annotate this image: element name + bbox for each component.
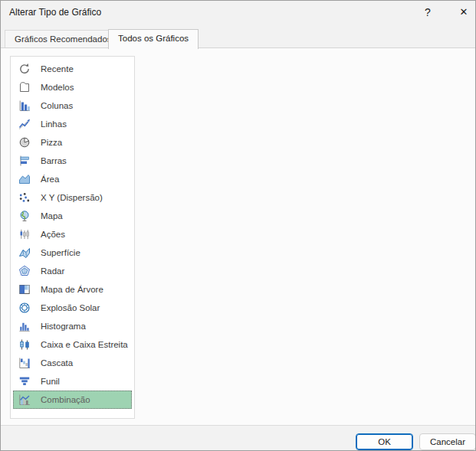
sidebar-item-label: Mapa de Árvore [41, 285, 103, 294]
all-charts-tab-page: RecenteModelosColunasLinhasPizzaBarrasÁr… [1, 47, 476, 426]
sidebar-item-label: Pizza [41, 138, 62, 147]
treemap-chart-icon [18, 283, 31, 296]
sidebar-item-label: Barras [41, 156, 67, 165]
surface-chart-icon [18, 247, 31, 259]
funnel-chart-icon [18, 375, 31, 387]
waterfall-chart-icon [18, 357, 31, 369]
stock-chart-icon [18, 228, 31, 240]
tab-graficos-recomendados[interactable]: Gráficos Recomendados [5, 30, 122, 48]
recent-icon [18, 63, 31, 75]
sidebar-item-barras[interactable]: Barras [13, 152, 132, 170]
sidebar-item-label: Histograma [41, 322, 86, 331]
map-chart-icon [18, 210, 31, 222]
sidebar-item-explosao-solar[interactable]: Explosão Solar [13, 299, 132, 317]
sidebar-item-label: Recente [41, 64, 74, 74]
sidebar-item-caixa-e-caixa-estreita[interactable]: Caixa e Caixa Estreita [13, 335, 132, 354]
sidebar-item-label: Área [41, 175, 59, 184]
titlebar: Alterar Tipo de Gráfico ? ✕ [1, 1, 475, 24]
sidebar-item-mapa-de-arvore[interactable]: Mapa de Árvore [13, 280, 132, 299]
ok-button[interactable]: OK [356, 433, 413, 450]
combo-chart-icon [18, 394, 31, 406]
sidebar-item-label: Mapa [41, 211, 63, 221]
sidebar-item-modelos[interactable]: Modelos [13, 78, 132, 96]
chart-type-list: RecenteModelosColunasLinhasPizzaBarrasÁr… [10, 56, 135, 419]
area-chart-icon [18, 173, 31, 185]
cancel-button[interactable]: Cancelar [419, 433, 476, 450]
sidebar-item-area[interactable]: Área [13, 170, 132, 188]
sunburst-chart-icon [18, 302, 31, 314]
boxwhisker-chart-icon [18, 338, 31, 351]
sidebar-item-superficie[interactable]: Superfície [13, 243, 132, 262]
tab-todos-os-graficos[interactable]: Todos os Gráficos [108, 29, 199, 49]
sidebar-item-x-y-dispersao[interactable]: X Y (Dispersão) [13, 188, 132, 207]
sidebar-item-mapa[interactable]: Mapa [13, 207, 132, 225]
pie-chart-icon [18, 136, 31, 149]
sidebar-item-label: Colunas [41, 101, 73, 110]
histogram-chart-icon [18, 320, 31, 332]
sidebar-item-label: Superfície [41, 248, 80, 257]
sidebar-item-label: Ações [41, 230, 65, 239]
sidebar-item-cascata[interactable]: Cascata [13, 354, 132, 372]
column-chart-icon [18, 100, 31, 112]
sidebar-item-label: Cascata [41, 358, 73, 368]
sidebar-item-label: Modelos [41, 83, 74, 92]
bar-chart-icon [18, 155, 31, 167]
sidebar-item-label: Explosão Solar [41, 303, 100, 312]
dialog-title: Alterar Tipo de Gráfico [9, 7, 101, 18]
sidebar-item-pizza[interactable]: Pizza [13, 133, 132, 152]
sidebar-item-combinacao[interactable]: Combinação [13, 391, 132, 409]
sidebar-item-label: Combinação [41, 395, 90, 404]
sidebar-item-label: Caixa e Caixa Estreita [41, 340, 128, 349]
dialog-footer: OK Cancelar [1, 426, 476, 451]
sidebar-item-recente[interactable]: Recente [13, 60, 132, 78]
close-icon[interactable]: ✕ [455, 4, 473, 21]
help-icon[interactable]: ? [419, 4, 436, 21]
sidebar-item-histograma[interactable]: Histograma [13, 317, 132, 335]
templates-icon [18, 81, 31, 93]
sidebar-item-linhas[interactable]: Linhas [13, 115, 132, 133]
sidebar-item-funil[interactable]: Funil [13, 372, 132, 391]
sidebar-item-label: Funil [41, 377, 60, 386]
sidebar-item-label: Radar [41, 266, 64, 276]
sidebar-item-label: X Y (Dispersão) [41, 193, 103, 202]
change-chart-type-dialog: Alterar Tipo de Gráfico ? ✕ Gráficos Rec… [0, 0, 476, 451]
scatter-chart-icon [18, 191, 31, 204]
line-chart-icon [18, 118, 31, 130]
sidebar-item-radar[interactable]: Radar [13, 262, 132, 280]
sidebar-item-label: Linhas [41, 119, 67, 129]
sidebar-item-colunas[interactable]: Colunas [13, 96, 132, 115]
radar-chart-icon [18, 265, 31, 277]
sidebar-item-acoes[interactable]: Ações [13, 225, 132, 243]
